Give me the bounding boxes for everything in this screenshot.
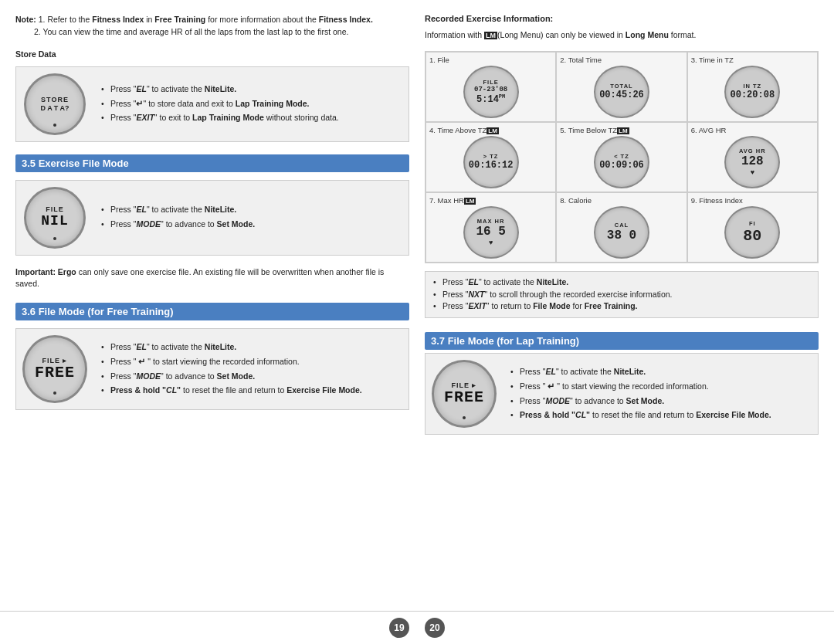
cell-4-label: 4. Time Above TZLM	[429, 126, 499, 134]
section36-row: FILE ▸ FREE Press "EL" to activate the N…	[15, 328, 409, 410]
store-instr-1: Press "EL" to activate the NiteLite.	[101, 83, 401, 96]
grid-cell-4: 4. Time Above TZLM > TZ 00:16:12	[425, 122, 556, 192]
section37-instructions: Press "EL" to activate the NiteLite. Pre…	[503, 354, 818, 434]
cell-7-watch: MAX HR 16 5 ♥	[463, 206, 519, 259]
store-instr-2: Press "↵" to store data and exit to Lap …	[101, 98, 401, 110]
cell-8-watch: CAL 38 0	[594, 206, 649, 259]
section37: 3.7 File Mode (for Lap Training) FILE ▸ …	[425, 327, 819, 438]
cell-2-watch: TOTAL 00:45:26	[594, 66, 649, 118]
recorded-title: Recorded Exercise Information:	[425, 14, 819, 23]
store-instructions: Press "EL" to activate the NiteLite. Pre…	[93, 67, 409, 141]
lm-badge-top: LM	[484, 32, 497, 39]
cell-6-watch: AVG HR 128 ♥	[724, 136, 780, 188]
section35-watch-dot	[53, 237, 56, 240]
note-line2: 2. You can view the time and average HR …	[15, 26, 348, 39]
footer: 19 20	[0, 611, 834, 644]
cell-9-label: 9. Fitness Index	[691, 196, 743, 205]
section36-instr-3: Press "MODE" to advance to Set Mode.	[101, 371, 401, 383]
grid-instr-2: Press "NXT" to scroll through the record…	[433, 289, 810, 301]
cell-5-label: 5. Time Below TZLM	[560, 126, 629, 134]
section36-watch-dot	[53, 391, 56, 395]
cell-5-watch: < TZ 00:09:06	[594, 136, 649, 188]
store-data-label: Store Data	[15, 49, 409, 59]
section37-instr-2: Press " ↵ " to start viewing the recorde…	[510, 381, 810, 393]
section35-row: FILE NIL Press "EL" to activate the Nite…	[15, 180, 409, 256]
section35-watch-circle: FILE NIL	[24, 187, 86, 249]
cell-9-watch: FI 80	[724, 206, 780, 259]
cell-6-label: 6. AVG HR	[691, 126, 727, 134]
section37-watch-display: FILE ▸ FREE	[425, 354, 503, 434]
section36-instr-4: Press & hold "CL" to reset the file and …	[101, 385, 401, 397]
section36-header: 3.6 File Mode (for Free Training)	[15, 303, 409, 320]
section37-watch-dot	[463, 416, 466, 419]
section37-watch-main: FREE	[444, 389, 484, 406]
page-num-left: 19	[389, 618, 409, 638]
section36-instr-1: Press "EL" to activate the NiteLite.	[101, 341, 401, 354]
cell-8-label: 8. Calorie	[560, 196, 592, 205]
grid-instr-3: Press "EXIT" to return to File Mode for …	[433, 300, 810, 313]
important-text: Important: Ergo can only save one exerci…	[15, 266, 409, 291]
cell-1-label: 1. File	[429, 56, 449, 64]
section35-header: 3.5 Exercise File Mode	[15, 154, 409, 172]
cell-3-watch: IN TZ 00:20:08	[724, 66, 780, 118]
store-watch-dot	[53, 124, 56, 127]
section35-instr-1: Press "EL" to activate the NiteLite.	[101, 204, 401, 216]
section36-instr-2: Press " ↵ " to start viewing the recorde…	[101, 356, 401, 368]
store-data-row: STORE D A T A? Press "EL" to activate th…	[15, 66, 409, 142]
grid-cell-2: 2. Total Time TOTAL 00:45:26	[556, 52, 687, 122]
section37-row: FILE ▸ FREE Press "EL" to activate the N…	[425, 353, 819, 435]
note-text: Note: 1. Refer to the Fitness Index in F…	[15, 15, 373, 24]
exercise-grid: 1. File FILE 07-23'08 5:14PM 2. Total Ti…	[425, 51, 819, 263]
section35-watch-main: NIL	[41, 214, 68, 229]
recorded-desc: Information with LM(Long Menu) can only …	[425, 29, 819, 42]
grid-cell-5: 5. Time Below TZLM < TZ 00:09:06	[556, 122, 687, 192]
page-num-right: 20	[425, 618, 445, 638]
section35-instructions: Press "EL" to activate the NiteLite. Pre…	[93, 181, 409, 255]
section36-watch-display: FILE ▸ FREE	[16, 329, 93, 409]
right-column: Recorded Exercise Information: Informati…	[425, 14, 819, 603]
cell-2-label: 2. Total Time	[560, 56, 602, 64]
section35-instr-2: Press "MODE" to advance to Set Mode.	[101, 219, 401, 231]
left-column: Note: 1. Refer to the Fitness Index in F…	[15, 14, 409, 603]
store-watch-top: STORE	[41, 96, 69, 104]
store-instr-3: Press "EXIT" to exit to Lap Training Mod…	[101, 112, 401, 124]
cell-3-label: 3. Time in TZ	[691, 56, 734, 64]
section37-instr-1: Press "EL" to activate the NiteLite.	[510, 366, 810, 378]
cell-7-label: 7. Max HRLM	[429, 196, 476, 205]
grid-cell-8: 8. Calorie CAL 38 0	[556, 192, 687, 263]
section37-header: 3.7 File Mode (for Lap Training)	[425, 332, 819, 350]
store-watch-display: STORE D A T A?	[16, 67, 93, 141]
note-section: Note: 1. Refer to the Fitness Index in F…	[15, 14, 409, 39]
cell-1-watch: FILE 07-23'08 5:14PM	[463, 66, 519, 118]
section37-instr-3: Press "MODE" to advance to Set Mode.	[510, 395, 810, 408]
grid-cell-1: 1. File FILE 07-23'08 5:14PM	[425, 52, 556, 122]
grid-cell-3: 3. Time in TZ IN TZ 00:20:08	[687, 52, 818, 122]
grid-bottom-instructions: Press "EL" to activate the NiteLite. Pre…	[425, 271, 819, 318]
section37-watch-circle: FILE ▸ FREE	[432, 360, 497, 428]
store-watch-circle: STORE D A T A?	[24, 73, 86, 135]
section36-instructions: Press "EL" to activate the NiteLite. Pre…	[93, 329, 409, 409]
section35-watch-display: FILE NIL	[16, 181, 93, 255]
grid-instr-1: Press "EL" to activate the NiteLite.	[433, 276, 810, 289]
grid-cell-7: 7. Max HRLM MAX HR 16 5 ♥	[425, 192, 556, 263]
section36-watch-main: FREE	[35, 364, 75, 381]
section37-instr-4: Press & hold "CL" to reset the file and …	[510, 409, 810, 422]
section36-watch-circle: FILE ▸ FREE	[22, 335, 87, 403]
cell-4-watch: > TZ 00:16:12	[463, 136, 519, 188]
grid-cell-9: 9. Fitness Index FI 80	[687, 192, 818, 263]
grid-cell-6: 6. AVG HR AVG HR 128 ♥	[687, 122, 818, 192]
store-watch-sub1: D A T A?	[41, 104, 70, 112]
